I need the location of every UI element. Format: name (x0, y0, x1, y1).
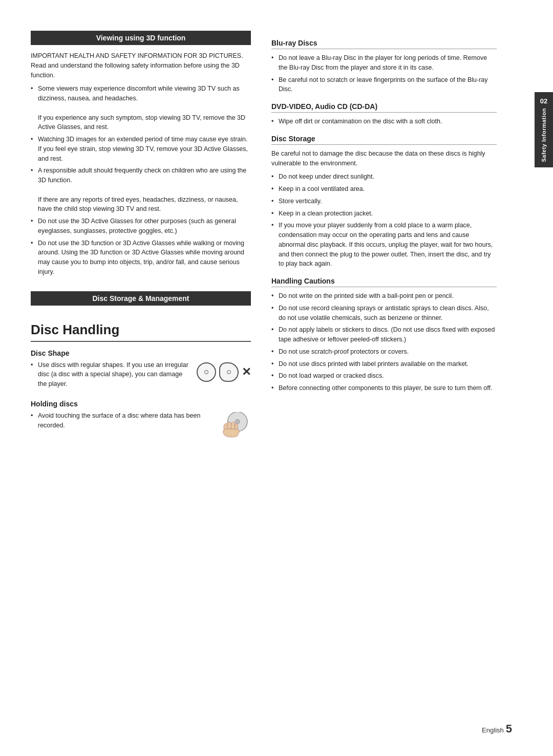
bullet-item: Do not use scratch-proof protectors or c… (271, 347, 497, 357)
handling-cautions-bullets: Do not write on the printed side with a … (271, 291, 497, 393)
holding-disc-row: Avoid touching the surface of a disc whe… (31, 411, 251, 440)
holding-disc-text: Avoid touching the surface of a disc whe… (31, 411, 210, 433)
bullet-item: Do not use the 3D function or 3D Active … (31, 239, 251, 277)
continuation-text: If you experience any such symptom, stop… (38, 114, 245, 131)
page-footer: English 5 (482, 722, 512, 736)
bluray-discs-section: Blu-ray Discs Do not leave a Blu-ray Dis… (271, 39, 497, 94)
side-tab: 02 Safety Information (535, 92, 553, 167)
disc-shape-row: Use discs with regular shapes. If you us… (31, 360, 251, 392)
bullet-item: Store vertically. (271, 197, 497, 206)
regular-disc-icon (197, 362, 216, 382)
bullet-item: Do not keep under direct sunlight. (271, 172, 497, 182)
bullet-item: Watching 3D images for an extended perio… (31, 135, 251, 163)
disc-handling-section: Disc Handling Disc Shape Use discs with … (31, 322, 251, 440)
bullet-item: Avoid touching the surface of a disc whe… (31, 411, 210, 430)
side-tab-number: 02 (540, 97, 547, 105)
side-tab-text: Safety Information (541, 108, 547, 162)
disc-storage-intro: Be careful not to damage the disc becaus… (271, 149, 497, 168)
holding-disc-bullets: Avoid touching the surface of a disc whe… (31, 411, 210, 430)
left-column: Viewing using 3D function IMPORTANT HEAL… (31, 31, 251, 440)
holding-discs-subtitle: Holding discs (31, 400, 251, 408)
handling-cautions-section: Handling Cautions Do not write on the pr… (271, 277, 497, 393)
irregular-disc-icon (219, 362, 239, 382)
bullet-item: Be careful not to scratch or leave finge… (271, 75, 497, 95)
bullet-item: Do not use record cleaning sprays or ant… (271, 304, 497, 323)
cross-icon: ✕ (242, 365, 251, 379)
bullet-item: Do not use the 3D Active Glasses for oth… (31, 217, 251, 236)
bullet-item: Do not write on the printed side with a … (271, 291, 497, 301)
disc-storage-management-section: Disc Storage & Management (31, 291, 251, 312)
bluray-discs-subtitle: Blu-ray Discs (271, 39, 497, 49)
bullet-item: Keep in a clean protection jacket. (271, 209, 497, 219)
disc-shape-subtitle: Disc Shape (31, 349, 251, 357)
bullet-item: Wipe off dirt or contamination on the di… (271, 117, 497, 126)
disc-center-hole (204, 370, 208, 374)
handling-cautions-subtitle: Handling Cautions (271, 277, 497, 287)
holding-disc-svg-icon (215, 412, 251, 440)
viewing-3d-header: Viewing using 3D function (31, 31, 251, 45)
bullet-item: Some viewers may experience discomfort w… (31, 84, 251, 132)
bullet-item: A responsible adult should frequently ch… (31, 166, 251, 214)
viewing-3d-bullets: Some viewers may experience discomfort w… (31, 84, 251, 276)
disc-shape-bullets: Use discs with regular shapes. If you us… (31, 360, 192, 389)
bullet-item: Do not load warped or cracked discs. (271, 371, 497, 381)
viewing-3d-section: Viewing using 3D function IMPORTANT HEAL… (31, 31, 251, 277)
footer-language: English (482, 726, 504, 734)
bullet-item: Use discs with regular shapes. If you us… (31, 360, 192, 389)
viewing-3d-intro: IMPORTANT HEALTH AND SAFETY INFORMATION … (31, 51, 251, 80)
page-container: 02 Safety Information Viewing using 3D f… (0, 0, 553, 756)
right-column: Blu-ray Discs Do not leave a Blu-ray Dis… (271, 31, 522, 440)
disc-storage-bullets: Do not keep under direct sunlight. Keep … (271, 172, 497, 269)
continuation-text2: If there are any reports of tired eyes, … (38, 196, 238, 213)
dvd-audio-cd-subtitle: DVD-VIDEO, Audio CD (CD-DA) (271, 102, 497, 113)
svg-point-1 (235, 419, 240, 424)
dvd-audio-cd-section: DVD-VIDEO, Audio CD (CD-DA) Wipe off dir… (271, 102, 497, 126)
bullet-item: If you move your player suddenly from a … (271, 221, 497, 269)
footer-page-number: 5 (506, 722, 512, 736)
disc-center-hole-2 (227, 370, 231, 374)
bullet-item: Do not use discs printed with label prin… (271, 359, 497, 369)
bullet-item: Do not apply labels or stickers to discs… (271, 325, 497, 344)
disc-handling-title: Disc Handling (31, 322, 251, 342)
disc-storage-subtitle: Disc Storage (271, 135, 497, 145)
dvd-audio-cd-bullets: Wipe off dirt or contamination on the di… (271, 117, 497, 126)
disc-icons: ✕ (197, 362, 251, 382)
bullet-item: Do not leave a Blu-ray Disc in the playe… (271, 53, 497, 73)
disc-storage-section: Disc Storage Be careful not to damage th… (271, 135, 497, 269)
bluray-discs-bullets: Do not leave a Blu-ray Disc in the playe… (271, 53, 497, 94)
two-column-layout: Viewing using 3D function IMPORTANT HEAL… (31, 31, 522, 440)
disc-shape-text: Use discs with regular shapes. If you us… (31, 360, 192, 392)
bullet-item: Keep in a cool ventilated area. (271, 184, 497, 194)
disc-storage-management-header: Disc Storage & Management (31, 291, 251, 306)
bullet-item: Before connecting other components to th… (271, 383, 497, 393)
